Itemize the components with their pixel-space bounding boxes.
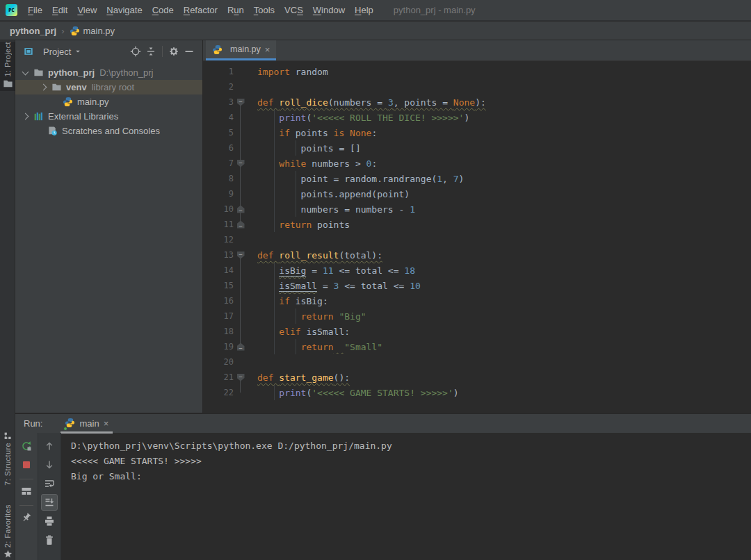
console-line-2: <<<<< GAME STARTS! >>>>> [71,453,751,468]
menu-item-edit[interactable]: Edit [47,3,72,17]
code-line-4[interactable]: 4 print('<<<<< ROLL THE DICE! >>>>>') [203,110,751,125]
scroll-to-end-button[interactable] [41,494,58,511]
fold-end-icon[interactable]: − [237,221,245,229]
code-editor[interactable]: 1import random23−def roll_dice(numbers =… [203,61,751,413]
code-line-16[interactable]: 16 if isBig: [203,293,751,308]
fold-collapse-icon[interactable]: − [237,252,245,259]
collapse-all-button[interactable] [143,44,159,59]
tree-item-scratches-and-consoles[interactable]: Scratches and Consoles [15,124,202,138]
console-output[interactable]: D:\python_prj\venv\Scripts\python.exe D:… [61,433,751,560]
code-line-1[interactable]: 1import random [203,64,751,79]
pin-button[interactable] [18,509,35,526]
breadcrumb-project[interactable]: python_prj [10,26,56,36]
fold-collapse-icon[interactable]: − [237,374,245,381]
code-line-13[interactable]: 13−def roll_result(total): [203,247,751,263]
code-line-2[interactable]: 2 [203,79,751,94]
menu-item-code[interactable]: Code [147,3,179,17]
code-line-15[interactable]: 15 isSmall = 3 <= total <= 10 [203,278,751,293]
menu-item-file[interactable]: File [23,3,47,17]
tool-stripe-favorites-button[interactable]: 2: Favorites [0,504,15,560]
stop-button[interactable] [18,456,35,473]
fold-end-icon[interactable]: − [237,206,245,213]
left-tool-stripe: 1: Project7: Structure2: Favorites [0,40,15,560]
gutter-fold-zone: − [234,99,248,106]
code-line-20[interactable]: 20 [203,354,751,370]
code-line-17[interactable]: 17 return "Big" [203,308,751,324]
menu-item-run[interactable]: Run [223,3,249,17]
tree-item-suffix: D:\python_prj [99,67,153,78]
code-line-21[interactable]: 21−def start_game(): [203,370,751,385]
star-icon [3,550,13,559]
code-line-7[interactable]: 7− while numbers > 0: [203,156,751,171]
fold-collapse-icon[interactable]: − [237,160,245,167]
project-tool-window: Project python_prjD:\python_prjvenvlibra… [15,40,203,413]
code-text: print('<<<<< ROLL THE DICE! >>>>>') [248,113,469,123]
code-line-14[interactable]: 14 isBig = 11 <= total <= 18 [203,263,751,278]
softwrap-button[interactable] [41,475,58,492]
menu-item-vcs[interactable]: VCS [280,3,308,17]
layout-button[interactable] [18,483,35,500]
console-line-1: D:\python_prj\venv\Scripts\python.exe D:… [71,438,751,453]
close-tab-icon[interactable]: × [265,45,270,54]
chevron-down-icon[interactable] [74,45,81,58]
code-text: while numbers > 0: [248,158,377,169]
gutter-fold-zone: − [234,221,248,229]
code-line-12[interactable]: 12 [203,232,751,247]
line-number: 2 [203,82,234,92]
tool-stripe-structure-button[interactable]: 7: Structure [0,429,15,486]
menu-item-refactor[interactable]: Refactor [179,3,223,17]
code-line-10[interactable]: 10− numbers = numbers - 1 [203,201,751,217]
title-menu-bar: PC FileEditViewNavigateCodeRefactorRunTo… [0,0,751,21]
chevron-right-icon[interactable] [22,113,29,120]
print-button[interactable] [41,513,58,529]
down-button[interactable] [41,456,58,473]
menu-item-navigate[interactable]: Navigate [102,3,147,17]
code-line-9[interactable]: 9 points.append(point) [203,186,751,201]
tab-main-py[interactable]: main.py × [206,40,276,60]
menu-item-view[interactable]: View [72,3,102,17]
code-line-19[interactable]: 19− return "Small" [203,339,751,354]
project-view-selector[interactable]: Project [43,47,71,57]
chevron-right-icon[interactable] [40,84,47,91]
gutter-fold-zone: − [234,206,248,213]
hide-icon [184,46,195,57]
settings-button[interactable] [166,44,181,59]
code-line-11[interactable]: 11− return points [203,217,751,232]
menu-item-window[interactable]: Window [308,3,350,17]
code-line-3[interactable]: 3−def roll_dice(numbers = 3, points = No… [203,94,751,110]
locate-button[interactable] [128,44,143,59]
menu-item-tools[interactable]: Tools [249,3,280,17]
code-line-18[interactable]: 18 elif isSmall: [203,324,751,339]
up-button[interactable] [41,438,58,454]
python-file-icon [212,44,223,55]
tree-item-python-prj[interactable]: python_prjD:\python_prj [15,65,202,80]
tree-item-label: main.py [77,97,109,107]
breadcrumb-file[interactable]: main.py [83,26,115,36]
stop-icon [21,459,32,470]
menu-item-help[interactable]: Help [350,3,378,17]
chevron-down-icon[interactable] [22,68,29,75]
trash-button[interactable] [41,532,58,548]
tree-item-venv[interactable]: venvlibrary root [15,80,202,94]
code-line-6[interactable]: 6 points = [] [203,140,751,156]
code-line-5[interactable]: 5 if points is None: [203,125,751,140]
code-line-8[interactable]: 8 point = random.randrange(1, 7) [203,171,751,186]
line-number: 20 [203,357,234,367]
code-line-22[interactable]: 22 print('<<<<< GAME STARTS! >>>>>') [203,385,751,400]
hide-button[interactable] [181,44,197,59]
run-tab-main[interactable]: main × [60,414,113,434]
close-run-tab-icon[interactable]: × [104,419,109,428]
tree-item-label: Scratches and Consoles [62,126,160,136]
code-text: if points is None: [248,128,377,138]
run-panel-header: Run: main × [15,413,751,433]
tree-item-external-libraries[interactable]: External Libraries [15,109,202,124]
tool-stripe-project-button[interactable]: 1: Project [0,42,15,91]
project-tree: python_prjD:\python_prjvenvlibrary rootm… [15,63,202,138]
line-number: 6 [203,143,234,153]
tree-item-main-py[interactable]: main.py [15,94,202,109]
settings-icon [168,46,179,57]
fold-end-icon[interactable]: − [237,343,245,351]
rerun-button[interactable] [18,438,35,454]
fold-collapse-icon[interactable]: − [237,99,245,106]
layout-icon [21,486,32,497]
